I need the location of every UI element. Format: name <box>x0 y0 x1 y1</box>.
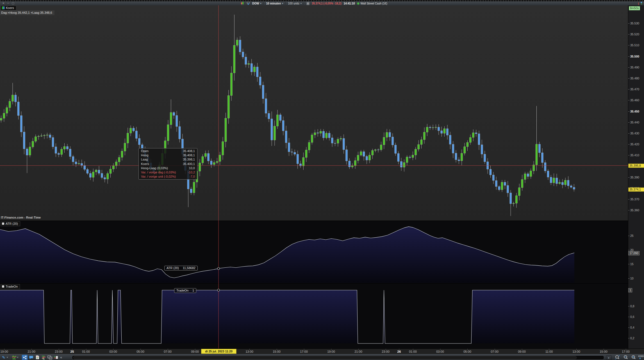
tab-atr[interactable]: ATR (20) <box>1 221 20 226</box>
timeframe-dropdown[interactable]: 10 minuten ▾ <box>266 2 283 5</box>
zoom-fit-button[interactable] <box>614 355 621 360</box>
last-quote: 35.374,1 (-0,05% -18,2) <box>312 2 342 5</box>
chart-windows-button[interactable] <box>47 355 53 360</box>
tooltip-label: Hoog-Laag (0,03%) <box>141 166 168 170</box>
time-axis-label: 07:00 <box>491 350 499 353</box>
time-axis-label: 05:00 <box>463 350 471 353</box>
time-axis-label: 15:00 <box>273 350 281 353</box>
candlestick-style-icon[interactable] <box>240 1 244 6</box>
tradeon-tooltip-value: 1 <box>192 289 194 292</box>
tab-tradeon[interactable]: TradeOn <box>1 284 20 289</box>
time-axis-label: 19:00 <box>0 350 8 353</box>
symbol-dropdown[interactable]: DOW ▾ <box>252 2 261 5</box>
tradeon-series-icon <box>2 285 4 288</box>
price-axis-label: 35.500 <box>630 55 639 58</box>
panel-layout-icon <box>638 355 644 359</box>
tooltip-label: Hoog <box>141 153 148 157</box>
tradeon-tooltip: TradeOn1 <box>174 288 196 293</box>
atr-axis-label: 15 <box>630 262 634 266</box>
instrument-info-icon[interactable]: i <box>306 2 310 5</box>
price-axis-label: 35.490 <box>630 66 639 69</box>
news-button[interactable] <box>35 355 40 360</box>
toolbar-divider <box>285 2 286 5</box>
timeframe-label: 10 minuten <box>266 2 281 5</box>
time-axis-label: 13:00 <box>245 350 253 353</box>
price-axis-label: 35.480 <box>630 77 639 80</box>
tradeon-axis-label: 0,6 <box>630 315 634 318</box>
transfer-button[interactable] <box>53 355 59 360</box>
price-axis-label: 35.390 <box>630 176 639 179</box>
time-axis[interactable]: 19:0021:0023:002501:0003:0005:0007:0009:… <box>0 348 644 354</box>
share-button[interactable] <box>22 355 28 360</box>
atr-tooltip-value: 11,58682 <box>183 266 195 270</box>
refresh-data-icon[interactable]: i <box>638 2 642 5</box>
time-axis-label: 01:00 <box>82 350 90 353</box>
time-axis-label: 09:00 <box>191 350 199 353</box>
price-axis-label: 35.450 <box>630 110 639 113</box>
chat-bubble-icon <box>29 356 33 359</box>
tooltip-label: Laag <box>141 158 148 161</box>
bar-countdown-badge: 8m50s <box>629 6 640 10</box>
chart-h-scrollbar[interactable] <box>72 356 604 360</box>
tab-tradeon-label: TradeOn <box>6 285 18 288</box>
tooltip-label: Var. / vorige dag (-0,03%) <box>141 171 176 174</box>
toolbar-divider <box>10 356 10 359</box>
toolbar-controls: DOW ▾ 10 minuten ▾ 100 units ▾ i 35.374,… <box>240 1 387 5</box>
right-axis[interactable]: 8m50s 35.395,8 35.374,1 17,093 1 35.5303… <box>628 5 644 348</box>
time-axis-label: 07:00 <box>164 350 172 353</box>
time-axis-label: 09:00 <box>518 350 526 353</box>
news-document-icon <box>35 355 39 359</box>
tab-koers[interactable]: Koers <box>1 6 16 10</box>
zoom-in-icon <box>631 355 636 360</box>
time-axis-label: 05:00 <box>136 350 144 353</box>
symbol-label: DOW <box>252 2 259 5</box>
zoom-in-button[interactable] <box>630 355 637 360</box>
time-axis-label: 13:00 <box>572 350 580 353</box>
time-axis-label: 11:00 <box>545 350 553 353</box>
tooltip-value: 35.398,1 <box>183 158 195 161</box>
atr-panel <box>0 221 628 284</box>
time-axis-label: 26 <box>397 350 401 353</box>
maximize-button[interactable]: ▢ <box>12 1 14 5</box>
price-axis-label: 35.440 <box>630 121 639 124</box>
atr-axis-label: 25 <box>630 234 634 237</box>
zoom-out-button[interactable] <box>622 355 629 360</box>
scrollbar-thumb[interactable] <box>73 356 577 359</box>
chevron-down-icon[interactable]: ▾ <box>7 356 8 359</box>
tooltip-value: 35.408,1 <box>183 153 195 157</box>
scroll-right-button[interactable]: ▸ <box>606 356 612 360</box>
indicators-button[interactable] <box>11 355 17 360</box>
quote-time: 14:41:10 <box>344 2 355 5</box>
minimize-button[interactable]: ─ <box>7 1 9 5</box>
tooltip-label: Var. / vorige unit (-0,02%) <box>141 175 176 178</box>
last-price-box: 35.374,1 <box>628 187 644 192</box>
day-range-label: Dag:+Hoog 35.442,1 +Laag 35.348,6 <box>0 10 54 15</box>
price-axis-label: 35.530 <box>630 22 639 25</box>
tooltip-label: Koers <box>141 162 149 166</box>
tooltip-label: Open <box>141 149 149 153</box>
atr-series-icon <box>2 223 4 225</box>
chevron-down-icon: ▾ <box>301 2 302 5</box>
tooltip-value: -7,0 <box>190 175 195 178</box>
draw-tool-button[interactable]: ✎ <box>1 355 6 360</box>
chevron-down-icon: ▾ <box>282 2 283 5</box>
chat-button[interactable] <box>28 355 34 360</box>
crosshair-price-box: 35.395,8 <box>628 164 644 168</box>
bottom-toolbar: ✎ ▾ ▾ « <box>0 354 644 360</box>
panel-layout-button[interactable] <box>638 355 644 360</box>
time-axis-label: 17:00 <box>622 350 630 353</box>
units-dropdown[interactable]: 100 units ▾ <box>288 2 302 5</box>
top-toolbar: ✕ ─ ▢ DOW ▾ 10 minuten ▾ 100 units <box>0 1 644 6</box>
chevron-down-icon[interactable]: ▾ <box>17 356 18 359</box>
tradeon-axis-label: 0,2 <box>630 336 634 340</box>
share-icon <box>23 356 27 359</box>
time-axis-label: 19:00 <box>327 350 335 353</box>
magnet-snap-icon[interactable] <box>246 1 250 6</box>
time-axis-label: 03:00 <box>436 350 444 353</box>
market-name: Wall Street Cash (1€) <box>361 2 387 5</box>
close-button[interactable]: ✕ <box>2 1 4 5</box>
collapse-toolbar-chevrons[interactable]: « <box>60 355 62 359</box>
orders-button[interactable] <box>41 355 46 360</box>
time-axis-label: 23:00 <box>55 350 63 353</box>
tradeon-panel <box>0 283 628 349</box>
